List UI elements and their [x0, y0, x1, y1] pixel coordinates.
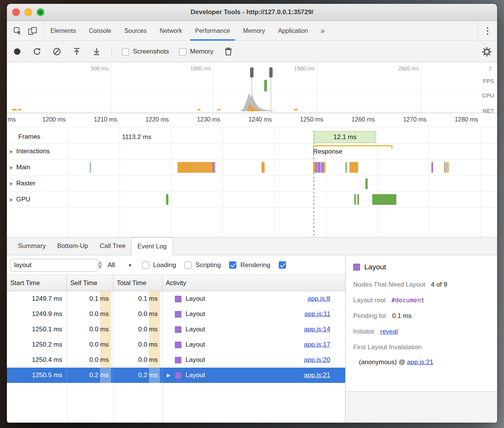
initiator-link[interactable]: reveal	[380, 328, 398, 336]
chevron-right-icon[interactable]: ▶	[10, 149, 13, 154]
interactions-row-label[interactable]: ▶Interactions	[10, 148, 50, 155]
activity-name: Layout	[186, 337, 205, 352]
cpu-lane-label: CPU	[482, 92, 494, 99]
devtools-menu-button[interactable]	[477, 21, 497, 41]
source-link[interactable]: app.js:20	[304, 352, 330, 368]
zoom-button[interactable]	[37, 8, 44, 16]
tab-sources[interactable]: Sources	[118, 21, 153, 41]
total-time-cell: 0.0 ms	[113, 322, 162, 337]
event-row[interactable]: 1250.2 ms 0.0 ms 0.0 ms ▶ Layout app.js:…	[7, 337, 345, 352]
source-link[interactable]: app.js:11	[304, 306, 330, 322]
tab-console[interactable]: Console	[82, 21, 118, 41]
tab-application[interactable]: Application	[271, 21, 314, 41]
flame-event-bar[interactable]	[349, 162, 358, 173]
column-header-self-time[interactable]: Self Time	[67, 275, 113, 291]
inspect-element-icon[interactable]	[13, 26, 22, 36]
selection-left-handle[interactable]	[250, 67, 254, 78]
timeline-detail[interactable]: ms 1200 ms 1210 ms 1220 ms 1230 ms 1240 …	[7, 113, 497, 237]
column-header-activity[interactable]: Activity	[162, 275, 345, 291]
save-profile-button[interactable]	[92, 47, 102, 57]
record-button[interactable]	[12, 47, 22, 57]
source-link[interactable]: app.js:17	[304, 337, 330, 352]
screenshots-checkbox[interactable]	[122, 48, 129, 55]
tab-call-tree[interactable]: Call Tree	[94, 237, 131, 255]
tab-performance[interactable]: Performance	[189, 21, 237, 41]
flame-event-bar[interactable]	[447, 162, 449, 173]
net-activity	[198, 109, 200, 110]
timeline-overview[interactable]: 500 ms 1000 ms 1500 ms 2000 ms 2 FPS CPU…	[7, 62, 497, 113]
settings-button[interactable]	[482, 47, 492, 57]
column-header-start-time[interactable]: Start Time	[7, 275, 67, 291]
ruler-tick-clipped: ms	[8, 116, 16, 123]
clear-button[interactable]	[52, 47, 62, 57]
event-type-swatch	[175, 357, 181, 363]
self-time-cell: 0.2 ms	[67, 368, 113, 383]
activity-cell: ▶ Layout app.js:14	[162, 322, 345, 337]
tab-elements[interactable]: Elements	[44, 21, 82, 41]
device-toolbar-icon[interactable]	[27, 26, 37, 36]
flame-event-bar[interactable]	[431, 162, 433, 173]
memory-option: Memory	[179, 48, 213, 55]
filter-input[interactable]	[14, 261, 99, 269]
ruler-tick: 1200 ms	[37, 116, 66, 123]
reload-button[interactable]	[32, 47, 42, 57]
row-separator	[7, 175, 497, 176]
minimize-button[interactable]	[24, 8, 32, 16]
flame-event-bar[interactable]	[178, 162, 213, 173]
selection-right-handle[interactable]	[269, 67, 273, 78]
disclosure-icon[interactable]: ▶	[167, 368, 175, 383]
selected-frame[interactable]: 12.1 ms	[314, 131, 376, 143]
rendering-checkbox[interactable]	[229, 261, 236, 269]
event-row[interactable]: 1249.7 ms 0.1 ms 0.1 ms ▶ Layout app.js:…	[7, 291, 345, 306]
source-link[interactable]: app.js:8	[307, 291, 330, 306]
source-link[interactable]: app.js:21	[304, 368, 330, 383]
source-link[interactable]: app.js:14	[304, 322, 330, 337]
scripting-checkbox[interactable]	[184, 261, 192, 269]
loading-checkbox[interactable]	[142, 261, 149, 269]
flame-event-bar[interactable]	[166, 194, 168, 205]
response-label: Response	[313, 148, 342, 156]
ruler-tick: 1220 ms	[140, 116, 169, 123]
layout-root-node[interactable]: #document	[391, 297, 425, 304]
event-row[interactable]: 1250.5 ms 0.2 ms 0.2 ms ▶ Layout app.js:…	[7, 368, 345, 383]
flame-event-bar[interactable]	[354, 194, 356, 205]
net-activity	[294, 109, 297, 110]
tab-event-log[interactable]: Event Log	[131, 237, 173, 255]
tab-summary[interactable]: Summary	[12, 237, 52, 255]
tab-memory[interactable]: Memory	[236, 21, 271, 41]
event-row[interactable]: 1250.4 ms 0.0 ms 0.0 ms ▶ Layout app.js:…	[7, 352, 345, 368]
flame-event-bar[interactable]	[90, 162, 91, 173]
close-button[interactable]	[12, 8, 20, 16]
activity-cell: ▶ Layout app.js:21	[162, 368, 345, 383]
stack-location-link[interactable]: app.js:21	[407, 358, 433, 366]
flame-event-bar[interactable]	[346, 162, 347, 173]
flame-event-bar[interactable]	[372, 194, 396, 205]
painting-checkbox[interactable]	[279, 261, 286, 269]
title-bar[interactable]: Developer Tools - http://127.0.0.1:35729…	[7, 4, 497, 21]
tab-bottom-up[interactable]: Bottom-Up	[52, 237, 94, 255]
flame-event-bar[interactable]	[357, 194, 359, 205]
duration-filter-select[interactable]: All ▼	[106, 261, 134, 269]
cpu-activity-chart	[241, 89, 279, 111]
event-row[interactable]: 1249.9 ms 0.0 ms 0.0 ms ▶ Layout app.js:…	[7, 306, 345, 322]
column-header-total-time[interactable]: Total Time	[113, 275, 162, 291]
ruler-tick: 1210 ms	[88, 116, 117, 123]
details-field: Initiator reveal	[353, 324, 497, 339]
overview-gridline	[317, 62, 317, 113]
response-bracket	[313, 145, 393, 146]
memory-checkbox[interactable]	[179, 48, 186, 55]
load-profile-button[interactable]	[72, 47, 82, 57]
event-type-swatch	[175, 311, 181, 318]
flame-event-bar[interactable]	[444, 162, 446, 173]
flame-event-bar[interactable]	[214, 162, 215, 173]
flame-event-bar[interactable]	[446, 162, 447, 173]
more-tabs-button[interactable]: »	[314, 21, 331, 41]
event-row[interactable]: 1250.1 ms 0.0 ms 0.0 ms ▶ Layout app.js:…	[7, 322, 345, 337]
flame-event-bar[interactable]	[323, 162, 325, 173]
clear-filter-button[interactable]: ×	[99, 261, 102, 269]
tab-network[interactable]: Network	[153, 21, 189, 41]
garbage-collect-button[interactable]	[223, 47, 233, 57]
screenshots-option: Screenshots	[122, 48, 169, 55]
flame-event-bar[interactable]	[365, 178, 368, 189]
flame-event-bar[interactable]	[262, 162, 265, 173]
